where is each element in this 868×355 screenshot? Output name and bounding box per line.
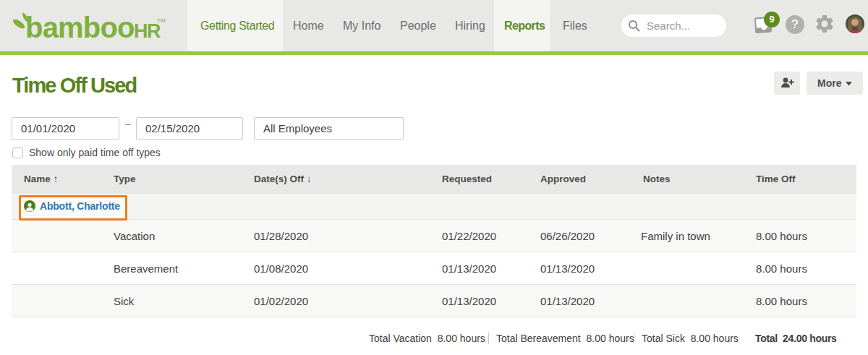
svg-text:TM: TM bbox=[157, 17, 166, 24]
svg-text:bamboo: bamboo bbox=[25, 12, 135, 43]
